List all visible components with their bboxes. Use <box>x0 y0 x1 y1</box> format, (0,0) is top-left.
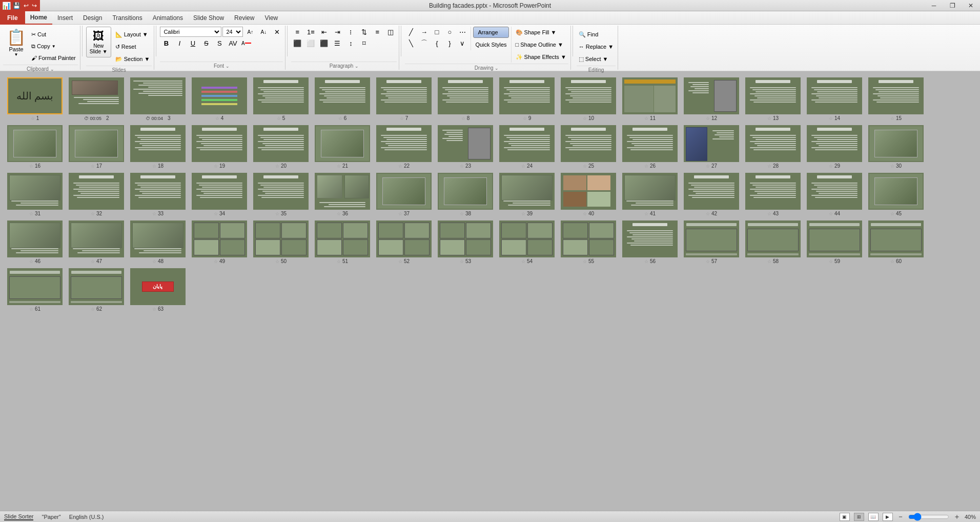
replace-button[interactable]: ↔ Replace ▼ <box>577 41 616 52</box>
slide-thumb-19[interactable] <box>192 125 247 162</box>
slide-cell-39[interactable]: ☆39 <box>499 173 555 216</box>
clear-format-btn[interactable]: ✕ <box>271 27 283 37</box>
slide-cell-40[interactable]: ☆40 <box>561 173 616 216</box>
slide-cell-45[interactable]: ☆45 <box>868 173 924 216</box>
shape-brace2-btn[interactable]: } <box>443 38 456 48</box>
slide-cell-6[interactable]: ☆6 <box>315 77 370 121</box>
shape-fill-button[interactable]: 🎨 Shape Fill ▼ <box>514 27 568 38</box>
new-slide-button[interactable]: 🖼 New Slide ▼ <box>86 27 111 57</box>
slide-thumb-14[interactable] <box>807 77 862 114</box>
slide-thumb-48[interactable] <box>130 220 186 257</box>
shape-rect-btn[interactable]: □ <box>431 27 443 37</box>
restore-btn[interactable]: ❐ <box>943 0 962 11</box>
layout-button[interactable]: 📐 Layout ▼ <box>113 29 152 40</box>
slide-cell-47[interactable]: ☆47 <box>69 220 124 264</box>
slide-thumb-41[interactable] <box>622 173 678 210</box>
slide-cell-28[interactable]: ☆28 <box>745 125 801 169</box>
para-spacing-btn[interactable]: ⌑ <box>358 38 370 48</box>
slide-thumb-3[interactable] <box>130 77 186 114</box>
slide-cell-4[interactable]: ☆4 <box>192 77 247 121</box>
align-center-btn[interactable]: ⬜ <box>304 38 317 48</box>
slide-cell-62[interactable]: ☆62 <box>69 268 124 312</box>
line-spacing-btn[interactable]: ↕ <box>344 38 357 48</box>
slide-cell-24[interactable]: ☆24 <box>499 125 555 169</box>
redo-quick-btn[interactable]: ↪ <box>31 2 38 9</box>
slide-thumb-63[interactable]: پایان <box>130 268 186 305</box>
shape-line-btn[interactable]: ╱ <box>405 27 417 37</box>
slide-thumb-12[interactable] <box>684 77 739 114</box>
slide-cell-17[interactable]: ☆17 <box>69 125 124 169</box>
slide-cell-43[interactable]: ☆43 <box>745 173 801 216</box>
slide-thumb-55[interactable] <box>561 220 616 257</box>
close-btn[interactable]: ✕ <box>962 0 980 11</box>
slide-thumb-52[interactable] <box>376 220 432 257</box>
align-left-btn[interactable]: ⬛ <box>291 38 303 48</box>
slide-thumb-54[interactable] <box>499 220 555 257</box>
slide-cell-50[interactable]: ☆50 <box>253 220 309 264</box>
slide-cell-21[interactable]: ☆21 <box>315 125 370 169</box>
slide-cell-36[interactable]: ☆36 <box>315 173 370 216</box>
slide-thumb-11[interactable] <box>622 77 678 114</box>
decrease-font-btn[interactable]: A↓ <box>257 27 270 37</box>
cols-btn[interactable]: ⫶ <box>344 27 357 37</box>
slide-thumb-53[interactable] <box>438 220 493 257</box>
shape-arrow-btn[interactable]: → <box>418 27 430 37</box>
slide-cell-15[interactable]: ☆15 <box>868 77 924 121</box>
slide-thumb-27[interactable] <box>684 125 739 162</box>
slide-cell-38[interactable]: ☆38 <box>438 173 493 216</box>
shadow-btn[interactable]: S <box>213 38 226 48</box>
slide-thumb-62[interactable] <box>69 268 124 305</box>
menu-design[interactable]: Design <box>78 11 107 25</box>
slide-thumb-40[interactable] <box>561 173 616 210</box>
slide-cell-23[interactable]: ☆23 <box>438 125 493 169</box>
slide-cell-25[interactable]: ☆25 <box>561 125 616 169</box>
slide-thumb-24[interactable] <box>499 125 555 162</box>
quick-styles-button[interactable]: Quick Styles <box>473 39 508 50</box>
slide-cell-19[interactable]: ☆19 <box>192 125 247 169</box>
align-right-btn[interactable]: ⬛ <box>318 38 330 48</box>
view-slideshow-icon[interactable]: ▶ <box>883 513 893 521</box>
decrease-indent-btn[interactable]: ⇤ <box>318 27 330 37</box>
slide-thumb-28[interactable] <box>745 125 801 162</box>
shape-oval-btn[interactable]: ○ <box>443 27 456 37</box>
slide-cell-12[interactable]: ☆12 <box>684 77 739 121</box>
slide-cell-57[interactable]: ☆57 <box>684 220 739 264</box>
slide-cell-29[interactable]: ☆29 <box>807 125 862 169</box>
strikethrough-btn[interactable]: S <box>200 38 212 48</box>
align-text-btn[interactable]: ≡ <box>371 27 383 37</box>
menu-transitions[interactable]: Transitions <box>107 11 147 25</box>
zoom-in-btn[interactable]: ＋ <box>953 512 961 521</box>
justify-btn[interactable]: ☰ <box>331 38 343 48</box>
slide-cell-14[interactable]: ☆14 <box>807 77 862 121</box>
underline-btn[interactable]: U <box>187 38 199 48</box>
slide-thumb-6[interactable] <box>315 77 370 114</box>
slide-cell-60[interactable]: ☆60 <box>868 220 924 264</box>
view-reading-icon[interactable]: 📖 <box>868 513 879 521</box>
minimize-btn[interactable]: ─ <box>925 0 943 11</box>
slide-thumb-45[interactable] <box>868 173 924 210</box>
slide-cell-3[interactable]: ⏱00:04 3 <box>130 77 186 121</box>
shape-curve-btn[interactable]: ⌒ <box>418 38 430 48</box>
slide-thumb-42[interactable] <box>684 173 739 210</box>
slide-thumb-9[interactable] <box>499 77 555 114</box>
slide-thumb-30[interactable] <box>868 125 924 162</box>
slide-cell-61[interactable]: ☆61 <box>7 268 63 312</box>
slide-thumb-49[interactable] <box>192 220 247 257</box>
slide-thumb-29[interactable] <box>807 125 862 162</box>
slide-cell-46[interactable]: ☆46 <box>7 220 63 264</box>
text-direction-btn[interactable]: ⇅ <box>358 27 370 37</box>
slide-thumb-57[interactable] <box>684 220 739 257</box>
slide-thumb-26[interactable] <box>622 125 678 162</box>
slide-thumb-56[interactable] <box>622 220 678 257</box>
slide-cell-56[interactable]: ☆56 <box>622 220 678 264</box>
slide-thumb-1[interactable]: بسم الله <box>7 77 63 114</box>
slide-thumb-18[interactable] <box>130 125 186 162</box>
slide-cell-59[interactable]: ☆59 <box>807 220 862 264</box>
slide-cell-51[interactable]: ☆51 <box>315 220 370 264</box>
undo-quick-btn[interactable]: ↩ <box>23 2 30 9</box>
slide-thumb-16[interactable] <box>7 125 63 162</box>
slide-cell-44[interactable]: ☆44 <box>807 173 862 216</box>
zoom-slider[interactable] <box>908 514 949 520</box>
shape-more2-btn[interactable]: ╲ <box>405 38 417 48</box>
slide-cell-63[interactable]: پایان ☆63 <box>130 268 186 312</box>
